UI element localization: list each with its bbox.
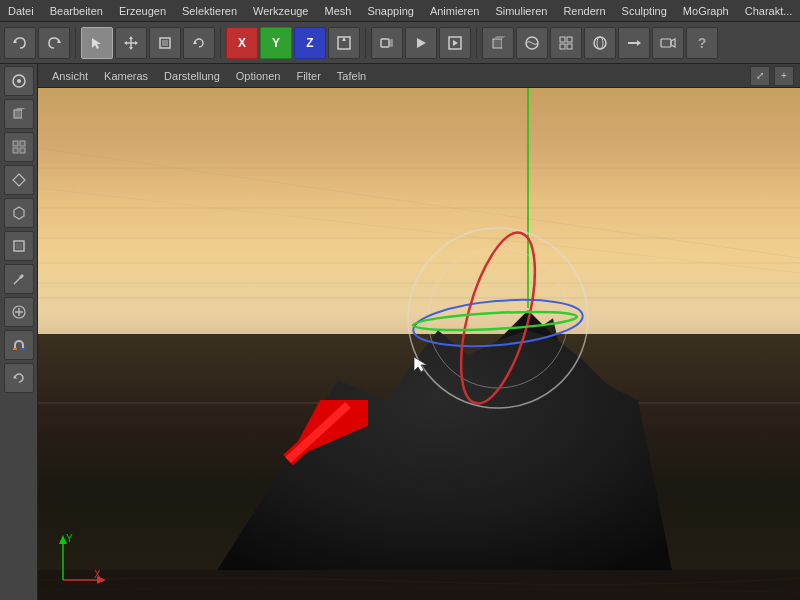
toolbar-sep-4: [476, 28, 477, 58]
svg-rect-35: [14, 110, 22, 118]
vp-menu-optionen[interactable]: Optionen: [228, 68, 289, 84]
svg-marker-43: [14, 207, 24, 219]
menu-item-werkzeuge[interactable]: Werkzeuge: [245, 3, 316, 19]
sidebar-add-button[interactable]: [4, 297, 34, 327]
menu-item-datei[interactable]: Datei: [0, 3, 42, 19]
svg-marker-7: [124, 41, 127, 45]
svg-rect-10: [162, 40, 168, 46]
svg-rect-23: [560, 37, 565, 42]
sidebar-square-button[interactable]: [4, 231, 34, 261]
svg-marker-30: [637, 40, 641, 46]
menu-item-sculpting[interactable]: Sculpting: [614, 3, 675, 19]
svg-rect-26: [567, 44, 572, 49]
select-tool-button[interactable]: [81, 27, 113, 59]
menu-item-animieren[interactable]: Animieren: [422, 3, 488, 19]
svg-rect-31: [661, 39, 671, 47]
sidebar-cube-button[interactable]: [4, 99, 34, 129]
left-sidebar: [0, 64, 38, 600]
svg-point-34: [17, 79, 21, 83]
svg-rect-24: [567, 37, 572, 42]
menu-item-erzeugen[interactable]: Erzeugen: [111, 3, 174, 19]
menu-item-mesh[interactable]: Mesh: [316, 3, 359, 19]
viewport-expand-button[interactable]: ⤢: [750, 66, 770, 86]
svg-marker-18: [453, 40, 458, 46]
record-button[interactable]: [371, 27, 403, 59]
undo-button[interactable]: [4, 27, 36, 59]
render-preview-button[interactable]: [439, 27, 471, 59]
toolbar-sep-2: [220, 28, 221, 58]
svg-marker-32: [671, 39, 675, 47]
svg-marker-8: [135, 41, 138, 45]
svg-rect-14: [381, 39, 389, 47]
menu-item-mograph[interactable]: MoGraph: [675, 3, 737, 19]
svg-rect-25: [560, 44, 565, 49]
cube-button[interactable]: [482, 27, 514, 59]
main-toolbar: X Y Z ?: [0, 22, 800, 64]
sidebar-rotation-button[interactable]: [4, 363, 34, 393]
toolbar-sep-3: [365, 28, 366, 58]
redo-button[interactable]: [38, 27, 70, 59]
svg-marker-16: [417, 38, 426, 48]
vp-menu-ansicht[interactable]: Ansicht: [44, 68, 96, 84]
viewport-canvas[interactable]: Y X: [38, 88, 800, 600]
menu-item-charakt[interactable]: Charakt...: [737, 3, 800, 19]
main-area: AnsichtKamerasDarstellungOptionenFilterT…: [0, 64, 800, 600]
loop-cut-button[interactable]: [516, 27, 548, 59]
mountain-silhouette: [38, 165, 800, 600]
menu-bar: DateiBearbeitenErzeugenSelektierenWerkze…: [0, 0, 800, 22]
svg-rect-66: [38, 570, 800, 600]
svg-rect-45: [16, 243, 22, 249]
sidebar-diamond-button[interactable]: [4, 165, 34, 195]
menu-item-snapping[interactable]: Snapping: [359, 3, 422, 19]
axis-y-button[interactable]: Y: [260, 27, 292, 59]
svg-marker-2: [92, 38, 101, 49]
svg-marker-6: [129, 47, 133, 50]
svg-marker-5: [129, 36, 133, 39]
rotate-tool-button[interactable]: [183, 27, 215, 59]
viewport[interactable]: AnsichtKamerasDarstellungOptionenFilterT…: [38, 64, 800, 600]
svg-rect-40: [13, 148, 18, 153]
vp-menu-darstellung[interactable]: Darstellung: [156, 68, 228, 84]
camera-button[interactable]: [652, 27, 684, 59]
arrow-button[interactable]: [618, 27, 650, 59]
sidebar-pen-button[interactable]: [4, 264, 34, 294]
svg-rect-41: [20, 148, 25, 153]
menu-item-rendern[interactable]: Rendern: [555, 3, 613, 19]
grid-button[interactable]: [550, 27, 582, 59]
axis-z-button[interactable]: Z: [294, 27, 326, 59]
play-button[interactable]: [405, 27, 437, 59]
move-tool-button[interactable]: [115, 27, 147, 59]
menu-item-bearbeiten[interactable]: Bearbeiten: [42, 3, 111, 19]
svg-rect-15: [390, 39, 393, 47]
svg-rect-19: [493, 39, 502, 48]
svg-point-27: [594, 37, 606, 49]
sidebar-cursor-button[interactable]: [4, 66, 34, 96]
axis-x-button[interactable]: X: [226, 27, 258, 59]
viewport-toolbar: AnsichtKamerasDarstellungOptionenFilterT…: [38, 64, 800, 88]
vp-menu-filter[interactable]: Filter: [288, 68, 328, 84]
scale-tool-button[interactable]: [149, 27, 181, 59]
help-button[interactable]: ?: [686, 27, 718, 59]
svg-rect-39: [20, 141, 25, 146]
vp-menu-tafeln[interactable]: Tafeln: [329, 68, 374, 84]
toolbar-sep-1: [75, 28, 76, 58]
svg-rect-38: [13, 141, 18, 146]
sidebar-hex-button[interactable]: [4, 198, 34, 228]
svg-marker-42: [13, 174, 25, 186]
svg-point-28: [597, 37, 603, 49]
viewport-plus-button[interactable]: +: [774, 66, 794, 86]
menu-item-selektieren[interactable]: Selektieren: [174, 3, 245, 19]
menu-item-simulieren[interactable]: Simulieren: [487, 3, 555, 19]
sidebar-magnet-button[interactable]: [4, 330, 34, 360]
sphere-button[interactable]: [584, 27, 616, 59]
sidebar-grid-button[interactable]: [4, 132, 34, 162]
vp-menu-kameras[interactable]: Kameras: [96, 68, 156, 84]
frame-button[interactable]: [328, 27, 360, 59]
